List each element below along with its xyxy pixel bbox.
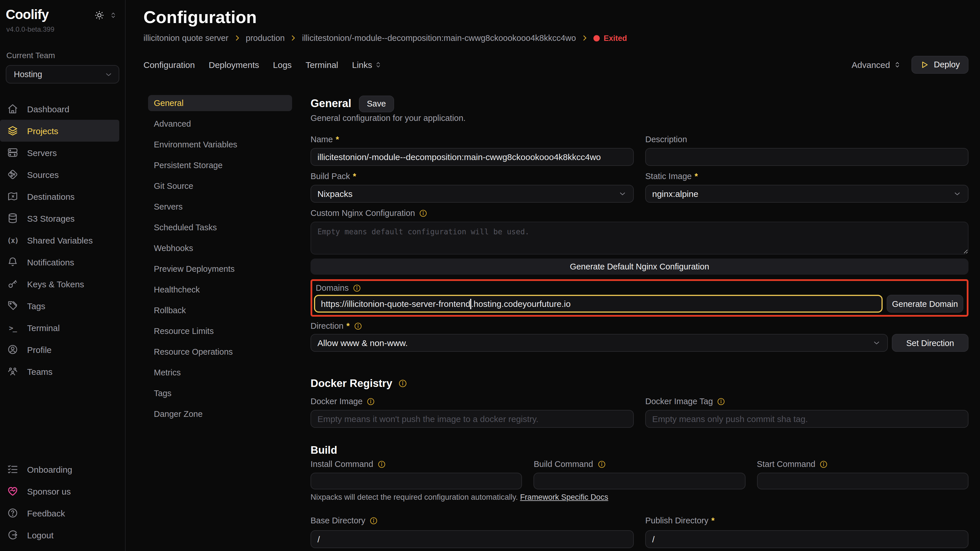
users-icon — [7, 366, 18, 377]
sidebar-item-label: Servers — [27, 148, 57, 158]
submenu-item-healthcheck[interactable]: Healthcheck — [148, 281, 292, 298]
domains-label: Domains — [316, 283, 348, 292]
generate-nginx-button[interactable]: Generate Default Nginx Configuration — [310, 259, 969, 275]
sidebar-nav: Dashboard Projects Servers Sources Desti… — [0, 98, 125, 383]
sidebar-item-projects[interactable]: Projects — [0, 120, 119, 142]
submenu-item-danger-zone[interactable]: Danger Zone — [148, 406, 292, 422]
terminal-icon: >_ — [7, 322, 18, 333]
build-pack-select[interactable]: Nixpacks — [310, 185, 634, 203]
submenu-item-metrics[interactable]: Metrics — [148, 364, 292, 381]
tab-terminal[interactable]: Terminal — [305, 60, 338, 69]
team-select[interactable]: Hosting — [6, 65, 119, 84]
docker-image-tag-label: Docker Image Tag — [645, 397, 713, 406]
set-direction-button[interactable]: Set Direction — [892, 334, 969, 352]
submenu-item-rollback[interactable]: Rollback — [148, 302, 292, 318]
domains-value-before-cursor: https://illicitonion-quote-server-fronte… — [321, 299, 471, 309]
submenu-item-scheduled-tasks[interactable]: Scheduled Tasks — [148, 219, 292, 235]
sidebar-item-dashboard[interactable]: Dashboard — [0, 98, 125, 120]
info-icon[interactable] — [398, 379, 407, 388]
info-icon[interactable] — [819, 460, 828, 468]
static-image-label: Static Image — [645, 171, 692, 181]
sidebar-item-onboarding[interactable]: Onboarding — [0, 458, 125, 480]
chevron-down-icon — [104, 70, 113, 79]
advanced-select[interactable]: Advanced — [851, 60, 901, 69]
sidebar-item-profile[interactable]: Profile — [0, 339, 125, 361]
sidebar-item-notifications[interactable]: Notifications — [0, 251, 125, 273]
sidebar-item-shared-variables[interactable]: (x) Shared Variables — [0, 229, 125, 251]
sidebar-item-label: Sponsor us — [27, 486, 71, 496]
submenu-item-git-source[interactable]: Git Source — [148, 178, 292, 194]
breadcrumb-project[interactable]: illicitonion quote server — [143, 33, 228, 43]
info-icon[interactable] — [597, 460, 606, 468]
name-input[interactable] — [310, 148, 634, 166]
start-command-input[interactable] — [757, 473, 969, 489]
submenu-item-preview-deployments[interactable]: Preview Deployments — [148, 261, 292, 277]
chevron-right-icon — [234, 35, 240, 41]
theme-selector-icon[interactable] — [110, 11, 117, 19]
submenu-item-tags[interactable]: Tags — [148, 385, 292, 401]
info-icon[interactable] — [354, 322, 363, 330]
tab-deployments[interactable]: Deployments — [208, 60, 259, 69]
sidebar-item-servers[interactable]: Servers — [0, 142, 125, 164]
sidebar-item-logout[interactable]: Logout — [0, 524, 125, 546]
info-icon[interactable] — [419, 209, 428, 218]
direction-select[interactable]: Allow www & non-www. — [310, 334, 888, 352]
app-logo[interactable]: Coolify — [6, 8, 49, 22]
submenu-item-advanced[interactable]: Advanced — [148, 116, 292, 132]
page-title: Configuration — [143, 0, 969, 27]
submenu-item-general[interactable]: General — [148, 95, 292, 111]
sidebar-item-s3-storages[interactable]: S3 Storages — [0, 208, 125, 229]
sidebar-item-teams[interactable]: Teams — [0, 361, 125, 383]
sidebar-item-sponsor-us[interactable]: Sponsor us — [0, 480, 125, 502]
domains-input[interactable]: https://illicitonion-quote-server-fronte… — [314, 295, 883, 313]
sidebar-item-terminal[interactable]: >_ Terminal — [0, 317, 125, 339]
deploy-button[interactable]: Deploy — [912, 56, 969, 73]
info-icon[interactable] — [353, 284, 361, 292]
description-input[interactable] — [645, 148, 969, 166]
docker-image-input[interactable] — [310, 410, 634, 428]
layers-icon — [7, 125, 18, 137]
save-button[interactable]: Save — [359, 95, 394, 112]
sidebar-item-destinations[interactable]: Destinations — [0, 186, 125, 208]
tab-links[interactable]: Links — [352, 60, 382, 69]
submenu-item-servers[interactable]: Servers — [148, 198, 292, 215]
required-marker: * — [336, 135, 339, 144]
tab-configuration[interactable]: Configuration — [143, 60, 195, 69]
breadcrumb-application[interactable]: illicitestonion/-module--decomposition:m… — [302, 33, 576, 43]
breadcrumb-environment[interactable]: production — [246, 33, 285, 43]
sidebar-item-sources[interactable]: Sources — [0, 164, 125, 186]
info-icon[interactable] — [377, 460, 386, 468]
submenu-item-environment-variables[interactable]: Environment Variables — [148, 137, 292, 152]
direction-label: Direction — [310, 321, 344, 330]
status-dot-icon — [593, 35, 600, 41]
info-icon[interactable] — [717, 397, 725, 406]
publish-directory-input[interactable] — [645, 530, 969, 548]
submenu-item-resource-limits[interactable]: Resource Limits — [148, 323, 292, 339]
submenu-item-resource-operations[interactable]: Resource Operations — [148, 344, 292, 360]
theme-toggle-sun-icon[interactable] — [94, 10, 104, 20]
sidebar-item-keys-tokens[interactable]: Keys & Tokens — [0, 273, 125, 295]
submenu-item-persistent-storage[interactable]: Persistent Storage — [148, 157, 292, 173]
base-directory-input[interactable] — [310, 530, 634, 548]
build-command-input[interactable] — [534, 473, 746, 489]
version-label: v4.0.0-beta.399 — [0, 22, 125, 34]
current-team-label: Current Team — [0, 34, 125, 60]
info-icon[interactable] — [369, 516, 378, 525]
install-command-label: Install Command — [310, 459, 373, 468]
sidebar-item-label: Destinations — [27, 192, 75, 202]
info-icon[interactable] — [367, 397, 375, 406]
install-command-input[interactable] — [310, 473, 522, 489]
sidebar-item-tags[interactable]: Tags — [0, 295, 125, 317]
submenu-item-webhooks[interactable]: Webhooks — [148, 240, 292, 256]
advanced-select-label: Advanced — [851, 60, 890, 69]
docker-image-tag-input[interactable] — [645, 410, 969, 428]
status-badge: Exited — [593, 34, 627, 42]
framework-docs-link[interactable]: Framework Specific Docs — [520, 493, 608, 502]
static-image-select[interactable]: nginx:alpine — [645, 185, 969, 203]
sidebar-item-feedback[interactable]: Feedback — [0, 502, 125, 524]
generate-domain-button[interactable]: Generate Domain — [887, 295, 963, 313]
tab-logs[interactable]: Logs — [273, 60, 292, 69]
help-circle-icon — [7, 507, 18, 519]
sidebar-item-label: Teams — [27, 367, 52, 376]
custom-nginx-textarea[interactable] — [310, 222, 969, 254]
